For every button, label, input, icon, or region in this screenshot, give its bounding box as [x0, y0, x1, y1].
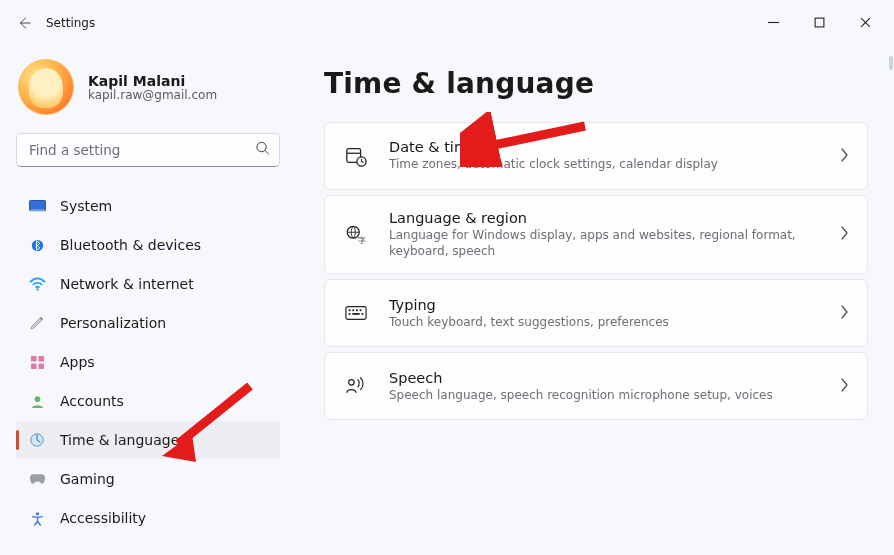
chevron-right-icon: [839, 304, 849, 323]
accessibility-icon: [28, 509, 46, 527]
sidebar-item-network[interactable]: Network & internet: [16, 265, 280, 303]
sidebar-item-label: Bluetooth & devices: [60, 237, 201, 253]
paintbrush-icon: [28, 314, 46, 332]
sidebar-item-label: Time & language: [60, 432, 179, 448]
svg-rect-23: [352, 313, 359, 315]
svg-rect-3: [30, 209, 44, 210]
sidebar-item-accounts[interactable]: Accounts: [16, 382, 280, 420]
titlebar: Settings: [0, 0, 894, 45]
scrollbar-indicator[interactable]: [889, 56, 893, 70]
avatar: [18, 59, 74, 115]
svg-rect-24: [362, 313, 364, 315]
card-speech[interactable]: Speech Speech language, speech recogniti…: [324, 352, 868, 420]
settings-card-list: Date & time Time zones, automatic clock …: [324, 122, 868, 420]
speech-icon: [343, 376, 369, 396]
svg-point-1: [257, 142, 266, 151]
card-typing[interactable]: Typing Touch keyboard, text suggestions,…: [324, 279, 868, 347]
card-title: Date & time: [389, 139, 819, 155]
svg-rect-9: [38, 363, 44, 369]
gamepad-icon: [28, 470, 46, 488]
search-input[interactable]: [16, 133, 280, 167]
sidebar-item-personalization[interactable]: Personalization: [16, 304, 280, 342]
sidebar-item-label: Network & internet: [60, 276, 194, 292]
svg-rect-2: [29, 200, 45, 210]
svg-rect-22: [349, 313, 351, 315]
main-panel: Time & language Date & time Time zones, …: [296, 45, 894, 555]
search-icon: [255, 141, 270, 160]
sidebar: Kapil Malani kapil.raw@gmail.com System …: [0, 45, 296, 555]
minimize-icon: [768, 17, 779, 28]
profile-name: Kapil Malani: [88, 73, 217, 89]
page-title: Time & language: [324, 67, 868, 100]
card-subtitle: Touch keyboard, text suggestions, prefer…: [389, 314, 819, 330]
close-icon: [860, 17, 871, 28]
wifi-icon: [28, 275, 46, 293]
sidebar-item-time-language[interactable]: Time & language: [16, 421, 280, 459]
sidebar-item-label: Personalization: [60, 315, 166, 331]
svg-rect-19: [352, 310, 354, 312]
system-icon: [28, 197, 46, 215]
svg-point-10: [34, 396, 40, 402]
back-button[interactable]: [6, 5, 42, 41]
maximize-icon: [814, 17, 825, 28]
sidebar-item-label: System: [60, 198, 112, 214]
keyboard-icon: [343, 305, 369, 321]
sidebar-item-label: Apps: [60, 354, 95, 370]
svg-rect-21: [360, 310, 362, 312]
svg-rect-8: [30, 363, 36, 369]
sidebar-item-accessibility[interactable]: Accessibility: [16, 499, 280, 537]
card-title: Speech: [389, 370, 819, 386]
card-subtitle: Speech language, speech recognition micr…: [389, 387, 819, 403]
sidebar-item-gaming[interactable]: Gaming: [16, 460, 280, 498]
sidebar-item-system[interactable]: System: [16, 187, 280, 225]
close-button[interactable]: [842, 7, 888, 39]
svg-rect-20: [356, 310, 358, 312]
card-subtitle: Language for Windows display, apps and w…: [389, 227, 819, 259]
svg-rect-0: [815, 18, 824, 27]
sidebar-item-label: Gaming: [60, 471, 115, 487]
search-container: [16, 133, 280, 167]
card-language-region[interactable]: 字 Language & region Language for Windows…: [324, 195, 868, 274]
card-title: Typing: [389, 297, 819, 313]
calendar-clock-icon: [343, 145, 369, 167]
profile-email: kapil.raw@gmail.com: [88, 88, 217, 102]
svg-text:字: 字: [358, 235, 366, 245]
person-icon: [28, 392, 46, 410]
card-title: Language & region: [389, 210, 819, 226]
window-title: Settings: [46, 16, 95, 30]
svg-rect-7: [38, 355, 44, 361]
sidebar-nav: System Bluetooth & devices Network & int…: [16, 187, 280, 537]
card-subtitle: Time zones, automatic clock settings, ca…: [389, 156, 819, 172]
clock-globe-icon: [28, 431, 46, 449]
sidebar-item-label: Accessibility: [60, 510, 146, 526]
minimize-button[interactable]: [750, 7, 796, 39]
svg-point-25: [349, 380, 355, 386]
apps-icon: [28, 353, 46, 371]
sidebar-item-bluetooth[interactable]: Bluetooth & devices: [16, 226, 280, 264]
sidebar-item-label: Accounts: [60, 393, 124, 409]
sidebar-item-apps[interactable]: Apps: [16, 343, 280, 381]
svg-rect-6: [30, 355, 36, 361]
language-icon: 字: [343, 224, 369, 246]
bluetooth-icon: [28, 236, 46, 254]
chevron-right-icon: [839, 225, 849, 244]
chevron-right-icon: [839, 147, 849, 166]
arrow-left-icon: [17, 16, 31, 30]
svg-rect-18: [349, 310, 351, 312]
card-date-time[interactable]: Date & time Time zones, automatic clock …: [324, 122, 868, 190]
chevron-right-icon: [839, 377, 849, 396]
svg-point-12: [35, 512, 38, 515]
profile-block[interactable]: Kapil Malani kapil.raw@gmail.com: [16, 55, 280, 133]
svg-point-5: [36, 289, 38, 291]
maximize-button[interactable]: [796, 7, 842, 39]
